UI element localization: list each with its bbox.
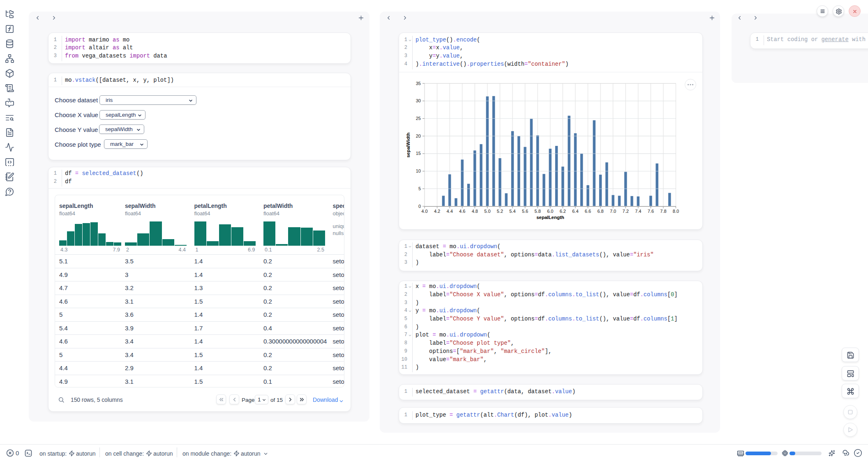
svg-text:6.4: 6.4	[572, 209, 578, 214]
svg-text:5: 5	[418, 186, 421, 191]
svg-text:4.8: 4.8	[472, 209, 478, 214]
svg-text:6.2: 6.2	[560, 209, 566, 214]
svg-text:7.8: 7.8	[660, 209, 666, 214]
svg-text:15: 15	[416, 151, 421, 156]
svg-text:5.8: 5.8	[535, 209, 541, 214]
svg-text:6.8: 6.8	[597, 209, 603, 214]
svg-text:10: 10	[416, 168, 421, 173]
svg-text:sepalLength: sepalLength	[536, 215, 564, 220]
svg-text:7.0: 7.0	[610, 209, 616, 214]
svg-text:4.0: 4.0	[421, 209, 427, 214]
svg-text:35: 35	[416, 81, 421, 86]
svg-text:7.2: 7.2	[623, 209, 629, 214]
svg-text:7.6: 7.6	[648, 209, 654, 214]
svg-text:8.0: 8.0	[673, 209, 679, 214]
svg-text:5.4: 5.4	[509, 209, 515, 214]
svg-text:0: 0	[418, 204, 421, 209]
svg-text:20: 20	[416, 134, 421, 138]
svg-text:7.4: 7.4	[635, 209, 641, 214]
svg-text:5.0: 5.0	[484, 209, 490, 214]
svg-text:4.2: 4.2	[434, 209, 440, 214]
svg-text:30: 30	[416, 98, 421, 103]
svg-text:sepalWidth: sepalWidth	[406, 132, 411, 157]
svg-text:5.2: 5.2	[497, 209, 503, 214]
svg-text:6.6: 6.6	[585, 209, 591, 214]
svg-text:25: 25	[416, 116, 421, 121]
svg-text:5.6: 5.6	[522, 209, 528, 214]
svg-text:6.0: 6.0	[547, 209, 553, 214]
svg-text:4.6: 4.6	[459, 209, 465, 214]
svg-text:4.4: 4.4	[447, 209, 453, 214]
